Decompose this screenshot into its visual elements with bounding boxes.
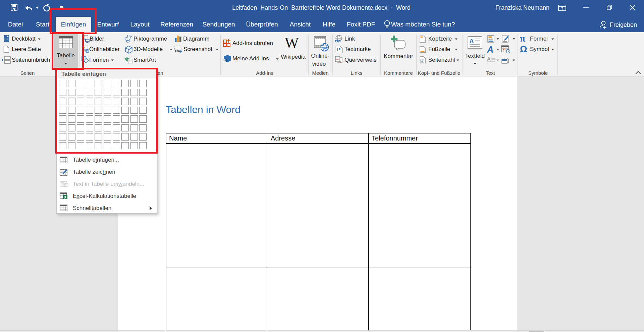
svg-text:A: A: [469, 38, 474, 45]
svg-text:X: X: [64, 196, 66, 199]
svg-text:#: #: [421, 60, 423, 63]
svg-text:A: A: [487, 56, 491, 62]
